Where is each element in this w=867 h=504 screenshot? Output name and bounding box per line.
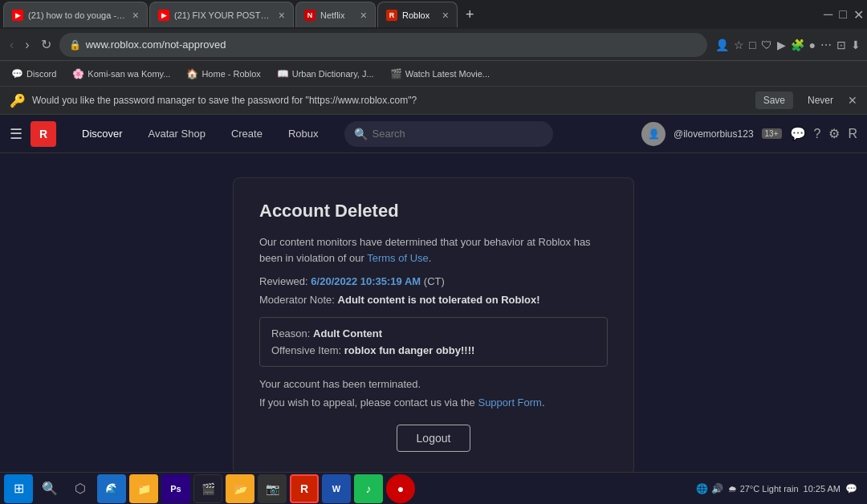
support-form-link[interactable]: Support Form [478, 396, 541, 408]
new-tab-button[interactable]: + [459, 6, 481, 23]
terms-of-use-link[interactable]: Terms of Use [367, 252, 429, 264]
nav-link-robux[interactable]: Robux [275, 115, 332, 153]
password-save-banner: 🔑 Would you like the password manager to… [0, 87, 867, 115]
offensive-line: Offensive Item: roblox fun danger obby!!… [271, 344, 596, 356]
reason-line: Reason: Adult Content [271, 327, 596, 339]
tab-close-icon[interactable]: × [132, 9, 139, 22]
nav-link-create[interactable]: Create [218, 115, 275, 153]
search-input[interactable] [372, 128, 543, 140]
taskbar-media[interactable]: 🎬 [193, 474, 222, 503]
terminated-text: Your account has been terminated. [259, 378, 608, 390]
user-avatar: 👤 [641, 122, 666, 146]
close-browser-icon[interactable]: ✕ [853, 7, 864, 22]
tab-bar: ▶ (21) how to do youga - Yo... × ▶ (21) … [0, 0, 867, 29]
taskbar-search[interactable]: 🔍 [35, 474, 64, 503]
account-icon[interactable]: 👤 [715, 39, 729, 51]
help-icon-button[interactable]: ? [814, 127, 821, 141]
taskbar-edge[interactable]: 🌊 [97, 474, 126, 503]
refresh-button[interactable]: ↻ [38, 34, 55, 55]
bookmark-movie[interactable]: 🎬 Watch Latest Movie... [384, 66, 496, 82]
tab-youtube-2[interactable]: ▶ (21) FIX YOUR POSTURE IN... × [149, 2, 294, 27]
password-never-button[interactable]: Never [800, 91, 841, 109]
robux-icon-button[interactable]: R [848, 127, 857, 141]
taskbar-camera[interactable]: 📷 [258, 474, 287, 503]
search-box[interactable]: 🔍 [344, 121, 553, 147]
bookmark-komi[interactable]: 🌸 Komi-san wa Komy... [66, 66, 177, 82]
bookmark-star-icon[interactable]: ☆ [734, 39, 744, 51]
appeal-text: If you wish to appeal, please contact us… [259, 396, 608, 408]
taskbar-photoshop[interactable]: Ps [161, 474, 190, 503]
start-button[interactable]: ⊞ [4, 474, 33, 503]
taskbar-roblox[interactable]: R [290, 474, 319, 503]
logout-button[interactable]: Logout [397, 425, 471, 452]
page-content: Account Deleted Our content monitors hav… [0, 153, 867, 491]
system-icons: 🌐 🔊 [696, 483, 723, 494]
profile-icon[interactable]: ● [809, 39, 816, 51]
search-icon: 🔍 [354, 128, 368, 140]
media-icon[interactable]: ▶ [777, 39, 786, 51]
tab-roblox[interactable]: R Roblox × [377, 2, 458, 27]
forward-button[interactable]: › [22, 35, 32, 55]
download-icon[interactable]: ⬇ [851, 39, 861, 51]
hamburger-menu-icon[interactable]: ☰ [10, 125, 22, 143]
notification-icon[interactable]: 💬 [845, 483, 857, 494]
tab-netflix[interactable]: N Netflix × [295, 2, 376, 27]
extension-icon[interactable]: 🧩 [791, 39, 804, 51]
bookmark-label: Home - Roblox [201, 69, 260, 79]
reason-value: Adult Content [313, 327, 382, 339]
weather-text: 27°C Light rain [740, 484, 799, 494]
nav-links: Discover Avatar Shop Create Robux [69, 115, 332, 153]
sidebar-toggle-icon[interactable]: ⊡ [836, 39, 846, 51]
card-title: Account Deleted [259, 201, 608, 222]
taskbar-files[interactable]: 📁 [129, 474, 158, 503]
address-bar-icons: 👤 ☆ □ 🛡 ▶ 🧩 ● ⋯ ⊡ ⬇ [715, 39, 861, 51]
reviewed-date: 6/20/2022 10:35:19 AM [311, 275, 421, 287]
bookmark-label: Discord [26, 69, 56, 79]
moderator-note: Moderator Note: Adult content is not tol… [259, 294, 608, 306]
tab-label: Netflix [320, 10, 345, 20]
more-icon[interactable]: ⋯ [820, 39, 832, 51]
shield-icon[interactable]: 🛡 [761, 39, 772, 51]
address-text: www.roblox.com/not-approved [86, 39, 698, 51]
nav-link-avatar-shop[interactable]: Avatar Shop [136, 115, 218, 153]
taskbar-word[interactable]: W [322, 474, 351, 503]
weather-widget[interactable]: 🌧 27°C Light rain [728, 484, 799, 494]
tab-label: (21) how to do youga - Yo... [28, 10, 128, 20]
roblox-logo: R [31, 121, 56, 147]
tab-label: Roblox [402, 10, 429, 20]
taskbar-spotify[interactable]: ♪ [354, 474, 383, 503]
bookmark-label: Watch Latest Movie... [405, 69, 490, 79]
tab-close-icon[interactable]: × [279, 9, 285, 22]
taskbar-stop[interactable]: ● [386, 474, 415, 503]
browser-control-icons: ─ □ ✕ [824, 7, 864, 22]
settings-icon-button[interactable]: ⚙ [828, 126, 840, 141]
tab-close-icon[interactable]: × [360, 9, 367, 22]
nav-link-discover[interactable]: Discover [69, 115, 136, 153]
body-text: Our content monitors have determined tha… [259, 234, 608, 266]
back-button[interactable]: ‹ [6, 35, 17, 55]
bookmark-label: Urban Dictionary, J... [292, 69, 374, 79]
discord-icon: 💬 [11, 68, 23, 79]
taskbar-widgets[interactable]: ⬡ [66, 474, 95, 503]
network-icon: 🌐 [696, 483, 708, 494]
account-deleted-card: Account Deleted Our content monitors hav… [233, 177, 634, 475]
chat-icon-button[interactable]: 💬 [790, 126, 806, 141]
minimize-icon[interactable]: ─ [824, 7, 832, 22]
taskbar-explorer[interactable]: 📂 [226, 474, 254, 503]
address-input-wrap[interactable]: 🔒 www.roblox.com/not-approved [59, 33, 707, 57]
home-icon: 🏠 [186, 68, 198, 79]
password-banner-close[interactable]: ✕ [848, 94, 857, 107]
maximize-icon[interactable]: □ [839, 7, 847, 22]
password-save-button[interactable]: Save [755, 91, 793, 109]
bookmarks-bar: 💬 Discord 🌸 Komi-san wa Komy... 🏠 Home -… [0, 61, 867, 87]
tab-youtube-1[interactable]: ▶ (21) how to do youga - Yo... × [3, 2, 148, 27]
key-icon: 🔑 [10, 93, 26, 108]
bookmark-discord[interactable]: 💬 Discord [5, 66, 63, 82]
reason-box: Reason: Adult Content Offensive Item: ro… [259, 317, 608, 367]
taskbar-right: 🌐 🔊 🌧 27°C Light rain 10:25 AM 💬 [696, 483, 864, 494]
tab-close-icon[interactable]: × [442, 9, 449, 22]
screenshot-icon[interactable]: □ [749, 39, 755, 51]
bookmark-urban[interactable]: 📖 Urban Dictionary, J... [271, 66, 381, 82]
bookmark-roblox-home[interactable]: 🏠 Home - Roblox [180, 66, 267, 82]
komi-icon: 🌸 [72, 68, 84, 79]
